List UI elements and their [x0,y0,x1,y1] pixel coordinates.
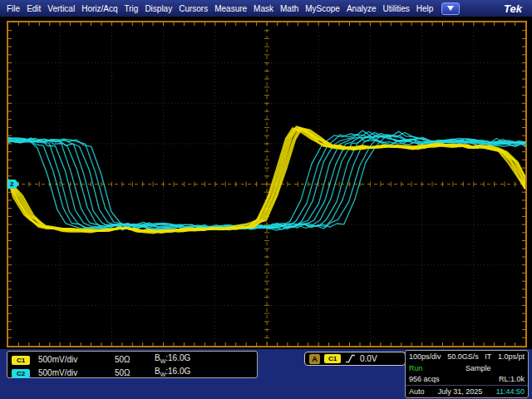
trigger-source-badge[interactable]: C1 [324,354,341,363]
run-status: Run [409,364,442,372]
tek-logo: Tek [504,2,532,15]
trigger-level: 0.0V [360,354,377,363]
channel1-readout[interactable]: C1 500mV/div 50Ω BW:16.0G [12,353,253,367]
toolbar-toggle-button[interactable] [441,2,460,15]
menu-math[interactable]: Math [277,4,302,13]
channel-readouts[interactable]: C1 500mV/div 50Ω BW:16.0G C2 500mV/div 5… [7,351,258,378]
acq-count: 956 acqs [409,375,440,383]
channel1-bandwidth: BW:16.0G [155,353,190,367]
datetime-row: Auto July 31, 2025 11:44:50 [406,385,528,397]
display-area: 2 [0,17,532,349]
menu-utilities[interactable]: Utilities [380,4,413,13]
menu-analyze[interactable]: Analyze [343,4,380,13]
menu-mask[interactable]: Mask [250,4,277,13]
clock: 11:44:50 [496,387,525,396]
channel1-impedance: 50Ω [115,355,155,365]
acquisition-readouts[interactable]: 100ps/div 50.0GS/s IT 1.0ps/pt Run Sampl… [405,350,529,398]
resolution: 1.0ps/pt [498,352,525,361]
record-length: RL:1.0k [499,375,525,383]
channel2-scale: 500mV/div [38,368,115,378]
channel1-badge[interactable]: C1 [12,356,30,365]
menu-horiz-acq[interactable]: Horiz/Acq [78,4,121,13]
horizontal-readout: 100ps/div 50.0GS/s IT 1.0ps/pt [406,351,528,362]
status-bar: C1 500mV/div 50Ω BW:16.0G C2 500mV/div 5… [0,349,532,399]
date: July 31, 2025 [438,387,483,396]
menu-trig[interactable]: Trig [121,4,142,13]
channel2-impedance: 50Ω [115,368,155,378]
triangle-down-icon [447,6,454,11]
trigger-a-badge: A [309,354,320,364]
menu-help[interactable]: Help [413,4,437,13]
trigger-mode: Auto [409,387,425,396]
channel2-badge[interactable]: C2 [12,369,30,378]
menu-file[interactable]: File [3,4,23,13]
menu-display[interactable]: Display [141,4,175,13]
trigger-readout[interactable]: A C1 0.0V [304,352,406,366]
menu-measure[interactable]: Measure [211,4,250,13]
menu-cursors[interactable]: Cursors [175,4,211,13]
rising-edge-icon [345,354,356,363]
acq-state-row: Run Sample [406,362,528,374]
timebase: 100ps/div [409,352,441,361]
menu-bar: File Edit Vertical Horiz/Acq Trig Displa… [0,0,532,17]
menu-myscope[interactable]: MyScope [302,4,343,13]
channel2-bandwidth: BW:16.0G [155,367,190,380]
oscilloscope-screen: File Edit Vertical Horiz/Acq Trig Displa… [0,0,532,399]
menu-vertical[interactable]: Vertical [44,4,78,13]
sampling-mode: IT [485,352,491,361]
menu-edit[interactable]: Edit [23,4,44,13]
sample-rate: 50.0GS/s [447,352,479,361]
acq-mode: Sample [466,364,491,372]
waveform-display [8,22,525,346]
channel2-readout[interactable]: C2 500mV/div 50Ω BW:16.0G [12,367,253,380]
graticule: 2 [7,21,527,347]
acq-count-row: 956 acqs RL:1.0k [406,374,528,386]
channel1-scale: 500mV/div [38,355,115,365]
